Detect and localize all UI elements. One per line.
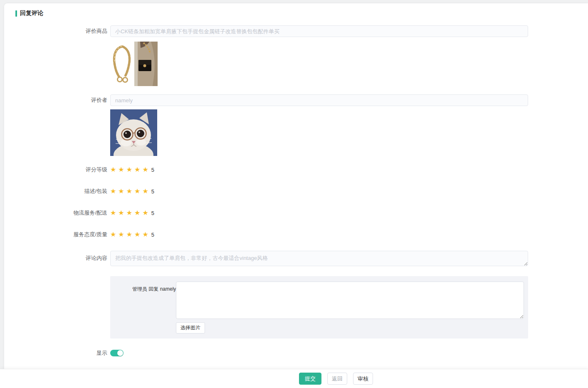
rating-label: 评分等级 bbox=[4, 166, 107, 173]
reviewer-input[interactable] bbox=[110, 94, 528, 106]
choose-image-button[interactable]: 选择图片 bbox=[176, 322, 205, 334]
page-title: 回复评论 bbox=[20, 10, 43, 17]
rating-label: 物流服务/配送 bbox=[4, 209, 107, 217]
rating-label: 描述/包装 bbox=[4, 188, 107, 195]
star-icon[interactable] bbox=[142, 231, 148, 238]
product-input[interactable] bbox=[110, 25, 528, 37]
show-toggle[interactable] bbox=[110, 350, 124, 356]
star-icon[interactable] bbox=[118, 210, 124, 216]
star-icon[interactable] bbox=[118, 231, 124, 238]
star-icon[interactable] bbox=[110, 166, 116, 173]
admin-reply-textarea[interactable] bbox=[176, 282, 524, 319]
product-row: 评价商品 bbox=[4, 25, 588, 37]
product-images-row bbox=[4, 42, 588, 86]
rating-score: 5 bbox=[151, 188, 154, 195]
star-icon[interactable] bbox=[134, 231, 140, 238]
review-button[interactable]: 审核 bbox=[353, 373, 373, 385]
shoulder-bag-product-image bbox=[134, 42, 158, 86]
rating-row-service: 服务态度/质量 5 bbox=[4, 231, 588, 238]
comment-label: 评论内容 bbox=[4, 251, 107, 268]
gold-chain-product-image bbox=[110, 42, 133, 86]
rating-score: 5 bbox=[151, 167, 154, 173]
admin-reply-main: 选择图片 bbox=[176, 282, 524, 334]
show-label: 显示 bbox=[4, 349, 107, 357]
comment-textarea[interactable] bbox=[110, 251, 528, 266]
content-card: 回复评论 评价商品 bbox=[4, 3, 588, 388]
footer-action-bar: 提交 返回 审核 bbox=[0, 369, 588, 388]
admin-reply-label: 管理员 回复 namely bbox=[132, 282, 176, 334]
star-rating-logistics: 5 bbox=[110, 210, 154, 216]
back-button[interactable]: 返回 bbox=[327, 373, 347, 385]
rating-row-logistics: 物流服务/配送 5 bbox=[4, 209, 588, 217]
submit-button[interactable]: 提交 bbox=[299, 373, 321, 385]
product-images bbox=[110, 42, 158, 86]
footer-buttons: 提交 返回 审核 bbox=[299, 373, 373, 385]
rating-score: 5 bbox=[151, 232, 154, 238]
star-icon[interactable] bbox=[110, 188, 116, 195]
star-rating-overall: 5 bbox=[110, 166, 154, 173]
reviewer-avatar-row bbox=[4, 109, 588, 156]
star-icon[interactable] bbox=[126, 210, 132, 216]
star-icon[interactable] bbox=[134, 166, 140, 173]
rating-row-packaging: 描述/包装 5 bbox=[4, 188, 588, 195]
star-icon[interactable] bbox=[110, 210, 116, 216]
star-icon[interactable] bbox=[118, 166, 124, 173]
star-icon[interactable] bbox=[118, 188, 124, 195]
product-label: 评价商品 bbox=[4, 27, 107, 35]
reviewer-avatar bbox=[110, 109, 157, 156]
title-accent-bar bbox=[15, 10, 17, 17]
rating-label: 服务态度/质量 bbox=[4, 231, 107, 238]
page-header: 回复评论 bbox=[4, 3, 588, 17]
comment-row: 评论内容 bbox=[4, 251, 588, 268]
cat-avatar-image bbox=[110, 109, 157, 156]
reviewer-row: 评价者 bbox=[4, 94, 588, 106]
rating-row-overall: 评分等级 5 bbox=[4, 166, 588, 173]
star-icon[interactable] bbox=[142, 166, 148, 173]
star-icon[interactable] bbox=[110, 231, 116, 238]
star-icon[interactable] bbox=[134, 188, 140, 195]
star-icon[interactable] bbox=[142, 188, 148, 195]
admin-reply-box: 管理员 回复 namely 选择图片 bbox=[110, 276, 528, 339]
star-icon[interactable] bbox=[142, 210, 148, 216]
star-rating-service: 5 bbox=[110, 231, 154, 238]
show-toggle-row: 显示 bbox=[4, 349, 588, 357]
star-icon[interactable] bbox=[126, 166, 132, 173]
star-icon[interactable] bbox=[134, 210, 140, 216]
toggle-knob bbox=[117, 350, 123, 356]
reviewer-label: 评价者 bbox=[4, 96, 107, 104]
star-icon[interactable] bbox=[126, 188, 132, 195]
star-rating-packaging: 5 bbox=[110, 188, 154, 195]
rating-score: 5 bbox=[151, 210, 154, 216]
star-icon[interactable] bbox=[126, 231, 132, 238]
